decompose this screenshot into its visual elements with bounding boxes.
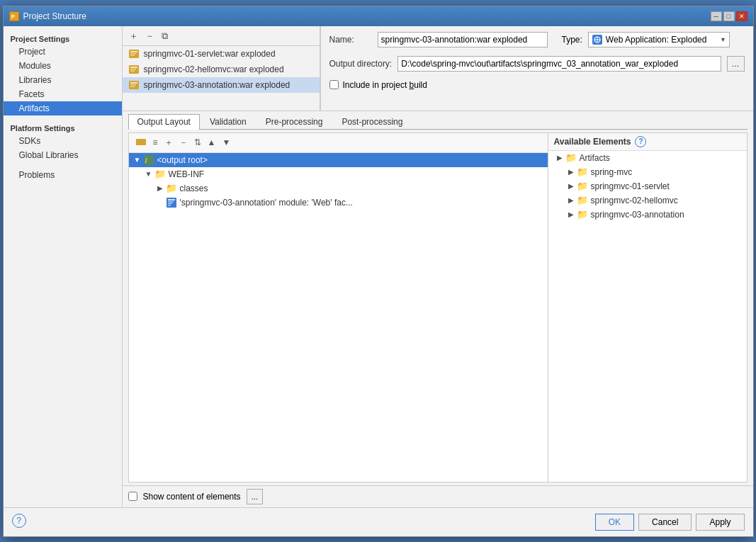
avail-01-servlet-icon: 📁 — [577, 181, 588, 192]
artifact-list: springmvc-01-servlet:war exploded spring… — [123, 46, 320, 111]
tree-item-web-inf[interactable]: ▼ 📁 WEB-INF — [129, 167, 548, 181]
layout-down-btn[interactable]: ▼ — [220, 137, 232, 148]
project-structure-window: P Project Structure ─ □ ✕ Project Settin… — [3, 6, 754, 537]
svg-rect-23 — [168, 199, 175, 201]
tree-label-classes: classes — [180, 184, 208, 193]
sidebar-item-global-libraries[interactable]: Global Libraries — [4, 148, 122, 162]
tree-label-web-inf: WEB-INF — [169, 169, 205, 179]
show-content-checkbox[interactable] — [128, 492, 137, 501]
show-content-browse-btn[interactable]: ... — [247, 489, 263, 504]
name-label: Name: — [329, 35, 372, 45]
title-bar: P Project Structure ─ □ ✕ — [4, 6, 753, 26]
svg-rect-3 — [130, 51, 137, 52]
tabs-bar: Output Layout Validation Pre-processing … — [128, 114, 747, 130]
sidebar-item-sdks[interactable]: SDKs — [4, 134, 122, 148]
tree-item-output-root[interactable]: ▼ / <output root> — [129, 153, 548, 167]
svg-rect-11 — [130, 82, 137, 84]
restore-button[interactable]: □ — [723, 11, 735, 21]
svg-text:P: P — [11, 13, 14, 20]
close-button[interactable]: ✕ — [736, 11, 747, 21]
svg-rect-26 — [168, 205, 171, 206]
layout-sort-btn[interactable]: ⇅ — [192, 137, 203, 148]
web-app-icon — [592, 34, 603, 45]
apply-button[interactable]: Apply — [696, 514, 744, 531]
avail-toggle-spring-mvc: ▶ — [565, 168, 577, 176]
tab-output-layout[interactable]: Output Layout — [128, 114, 200, 130]
layout-list-btn[interactable]: ≡ — [151, 137, 160, 148]
artifact-item-1[interactable]: springmvc-01-servlet:war exploded — [123, 46, 320, 62]
avail-item-03-annotation[interactable]: ▶ 📁 springmvc-03-annotation — [548, 208, 747, 222]
available-elements-help[interactable]: ? — [635, 136, 646, 147]
main-content: Project Settings Project Modules Librari… — [4, 26, 753, 507]
artifact-label-3: springmvc-03-annotation:war exploded — [144, 80, 290, 90]
artifact-label-1: springmvc-01-servlet:war exploded — [144, 49, 276, 59]
artifact-item-2[interactable]: springmvc-02-hellomvc:war exploded — [123, 62, 320, 77]
sidebar-item-artifacts[interactable]: Artifacts — [4, 101, 122, 115]
browse-button[interactable]: … — [727, 56, 745, 72]
svg-rect-13 — [130, 86, 135, 87]
svg-rect-7 — [130, 67, 137, 68]
copy-artifact-button[interactable]: ⧉ — [159, 30, 170, 41]
avail-03-annotation-icon: 📁 — [577, 209, 588, 220]
remove-artifact-button[interactable]: － — [143, 30, 157, 41]
artifact-label-2: springmvc-02-hellomvc:war exploded — [144, 64, 284, 74]
layout-left-panel: ≡ ＋ － ⇅ ▲ ▼ ▼ — [129, 133, 548, 482]
tree-label-module: 'springmvc-03-annotation' module: 'Web' … — [180, 198, 353, 208]
include-build-label: Include in project build — [343, 80, 427, 90]
tab-validation[interactable]: Validation — [201, 114, 256, 129]
cancel-button[interactable]: Cancel — [638, 514, 692, 531]
layout-up-btn[interactable]: ▲ — [205, 137, 218, 148]
avail-item-01-servlet[interactable]: ▶ 📁 springmvc-01-servlet — [548, 179, 747, 193]
artifact-icon-1 — [128, 48, 140, 60]
layout-remove-btn[interactable]: － — [177, 136, 190, 149]
layout-folder-btn[interactable] — [133, 135, 149, 150]
type-dropdown-icon[interactable]: ▼ — [720, 36, 726, 43]
sidebar-item-problems[interactable]: Problems — [4, 168, 122, 182]
avail-item-spring-mvc[interactable]: ▶ 📁 spring-mvc — [548, 165, 747, 179]
output-dir-row: Output directory: … — [329, 56, 745, 72]
app-icon: P — [9, 11, 19, 21]
include-build-row: Include in project build — [329, 80, 745, 90]
tab-preprocessing[interactable]: Pre-processing — [256, 114, 332, 129]
platform-settings-title: Platform Settings — [4, 121, 122, 134]
tree-toggle-classes: ▶ — [154, 183, 166, 194]
layout-toolbar: ≡ ＋ － ⇅ ▲ ▼ — [129, 133, 548, 153]
sidebar-item-project[interactable]: Project — [4, 45, 122, 59]
help-button[interactable]: ? — [12, 514, 26, 528]
window-title: Project Structure — [23, 11, 86, 21]
svg-rect-12 — [130, 84, 136, 86]
bottom-buttons-bar: ? OK Cancel Apply — [4, 507, 753, 536]
avail-toggle-artifacts: ▶ — [554, 154, 565, 162]
avail-label-artifacts: Artifacts — [580, 153, 610, 163]
avail-label-03-annotation: springmvc-03-annotation — [591, 210, 684, 220]
layout-add-btn[interactable]: ＋ — [162, 136, 175, 149]
avail-item-artifacts[interactable]: ▶ 📁 Artifacts — [548, 151, 747, 165]
tree-toggle-output: ▼ — [132, 154, 143, 166]
sidebar-item-facets[interactable]: Facets — [4, 87, 122, 101]
sidebar-item-libraries[interactable]: Libraries — [4, 73, 122, 87]
artifact-item-3[interactable]: springmvc-03-annotation:war exploded — [123, 77, 320, 93]
tree-item-classes[interactable]: ▶ 📁 classes — [129, 181, 548, 196]
svg-rect-19 — [136, 139, 146, 145]
avail-toggle-03-annotation: ▶ — [565, 210, 577, 218]
name-input[interactable] — [378, 32, 548, 47]
project-settings-title: Project Settings — [4, 32, 122, 45]
avail-artifacts-folder-icon: 📁 — [565, 152, 577, 164]
output-dir-input[interactable] — [397, 56, 721, 72]
avail-spring-mvc-icon: 📁 — [577, 166, 588, 178]
avail-02-hellomvc-icon: 📁 — [577, 195, 588, 206]
ok-button[interactable]: OK — [595, 514, 634, 531]
svg-rect-9 — [130, 70, 135, 72]
add-artifact-button[interactable]: ＋ — [127, 30, 140, 41]
avail-item-02-hellomvc[interactable]: ▶ 📁 springmvc-02-hellomvc — [548, 193, 747, 208]
tab-postprocessing[interactable]: Post-processing — [332, 114, 412, 129]
artifact-list-container: ＋ － ⧉ — [123, 26, 321, 111]
sidebar-item-modules[interactable]: Modules — [4, 59, 122, 73]
svg-rect-8 — [130, 69, 136, 70]
svg-rect-4 — [130, 53, 136, 55]
include-build-checkbox[interactable] — [329, 80, 339, 89]
avail-label-spring-mvc: spring-mvc — [591, 167, 633, 177]
tree-item-module[interactable]: 'springmvc-03-annotation' module: 'Web' … — [129, 196, 548, 210]
avail-toggle-02-hellomvc: ▶ — [565, 196, 577, 204]
minimize-button[interactable]: ─ — [711, 11, 722, 21]
